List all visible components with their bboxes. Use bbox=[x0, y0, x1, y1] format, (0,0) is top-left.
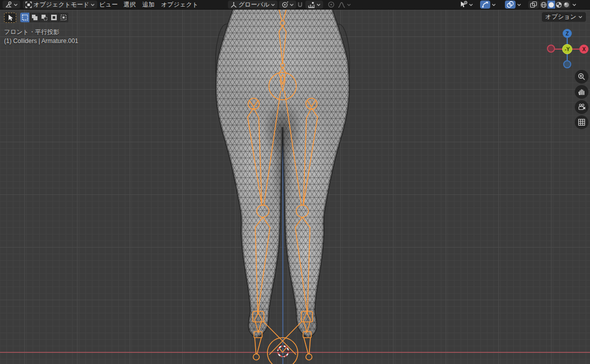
chevron-down-icon bbox=[469, 4, 473, 6]
zoom-icon bbox=[578, 73, 585, 80]
navigation-gizmo[interactable]: Z X -Y bbox=[548, 29, 588, 69]
select-intersect-icon bbox=[60, 14, 67, 21]
material-sphere-icon bbox=[556, 2, 562, 8]
select-mode-group bbox=[20, 13, 68, 22]
gizmo-x-label: X bbox=[582, 47, 586, 52]
falloff-curve-icon bbox=[338, 2, 345, 8]
solid-sphere-icon bbox=[548, 2, 555, 8]
select-extend-button[interactable] bbox=[30, 13, 40, 22]
object-mode-icon bbox=[25, 2, 32, 8]
show-overlays-toggle[interactable] bbox=[505, 1, 516, 9]
select-set-icon bbox=[22, 14, 28, 21]
snap-target-dropdown[interactable] bbox=[305, 1, 323, 9]
select-invert-button[interactable] bbox=[49, 13, 59, 22]
rendered-sphere-icon bbox=[563, 2, 570, 8]
viewport-canvas bbox=[0, 0, 590, 364]
gizmo-neg-x-ball[interactable] bbox=[547, 45, 555, 53]
viewport-header: オブジェクトモード ビュー 選択 追加 オブジェクト グローバル bbox=[0, 0, 590, 10]
select-intersect-button[interactable] bbox=[59, 13, 68, 22]
gizmo-neg-y-label: -Y bbox=[565, 47, 570, 52]
shading-rendered-button[interactable] bbox=[563, 1, 570, 9]
select-extend-icon bbox=[31, 14, 38, 21]
gizmo-neg-y-ball[interactable]: -Y bbox=[562, 44, 572, 54]
chevron-down-icon bbox=[317, 4, 321, 6]
gizmo-z-ball[interactable]: Z bbox=[563, 29, 572, 38]
chevron-down-icon bbox=[572, 4, 576, 6]
camera-icon bbox=[578, 103, 586, 111]
proportional-circle-icon bbox=[328, 1, 335, 8]
orientation-label: グローバル bbox=[239, 1, 269, 9]
grid-icon bbox=[578, 118, 585, 126]
gizmo-z-label: Z bbox=[566, 31, 569, 36]
proportional-editing-button[interactable] bbox=[327, 1, 336, 9]
mode-dropdown-label: オブジェクトモード bbox=[33, 1, 89, 9]
select-invert-icon bbox=[51, 14, 57, 21]
shading-dropdown[interactable] bbox=[571, 1, 577, 9]
shading-solid-button[interactable] bbox=[547, 1, 555, 9]
proportional-falloff-dropdown[interactable] bbox=[337, 1, 352, 9]
select-subtract-button[interactable] bbox=[40, 13, 49, 22]
options-label: オプション bbox=[545, 13, 576, 21]
xray-icon bbox=[530, 1, 537, 8]
view-name-label: フロント・平行投影 bbox=[4, 28, 59, 36]
chevron-down-icon bbox=[347, 4, 351, 6]
shading-wireframe-button[interactable] bbox=[540, 1, 547, 9]
gizmo-arrow-icon bbox=[482, 1, 489, 8]
zoom-button[interactable] bbox=[575, 70, 588, 84]
chevron-down-icon bbox=[492, 4, 496, 6]
gizmo-dropdown[interactable] bbox=[491, 1, 497, 9]
mode-dropdown[interactable]: オブジェクトモード bbox=[23, 1, 97, 9]
active-tool-button[interactable] bbox=[4, 13, 16, 23]
transform-orientation-dropdown[interactable]: グローバル bbox=[228, 1, 278, 9]
chevron-down-icon bbox=[91, 4, 95, 6]
pivot-point-dropdown[interactable] bbox=[279, 1, 296, 9]
chevron-down-icon bbox=[271, 4, 275, 6]
select-subtract-icon bbox=[41, 14, 48, 21]
gizmo-x-ball[interactable]: X bbox=[579, 45, 588, 54]
xray-toggle[interactable] bbox=[528, 1, 539, 9]
pivot-point-icon bbox=[282, 2, 288, 8]
blender-window: フロント・平行投影 (1) Colliders | Armature.001 オ… bbox=[0, 0, 590, 364]
select-cursor-icon bbox=[7, 14, 14, 21]
pointer-eye-icon bbox=[460, 1, 467, 8]
editor-3d-viewport-icon bbox=[5, 1, 12, 8]
hand-icon bbox=[578, 88, 585, 96]
orientation-axes-icon bbox=[230, 2, 237, 8]
options-dropdown[interactable]: オプション bbox=[542, 12, 586, 22]
snap-increment-icon bbox=[308, 2, 315, 8]
camera-view-button[interactable] bbox=[575, 100, 588, 114]
chevron-down-icon bbox=[578, 16, 582, 18]
shading-mode-group bbox=[540, 1, 570, 9]
show-gizmo-toggle[interactable] bbox=[480, 1, 490, 9]
gizmo-neg-z-ball[interactable] bbox=[563, 60, 571, 68]
ortho-toggle-button[interactable] bbox=[575, 115, 588, 129]
menu-add[interactable]: 追加 bbox=[140, 0, 156, 9]
body-mesh[interactable] bbox=[212, 0, 359, 346]
overlays-icon bbox=[506, 1, 514, 8]
chevron-down-icon bbox=[290, 4, 294, 6]
menu-object[interactable]: オブジェクト bbox=[159, 0, 201, 9]
overlays-dropdown[interactable] bbox=[516, 1, 522, 9]
pan-button[interactable] bbox=[575, 85, 588, 99]
active-object-label: (1) Colliders | Armature.001 bbox=[4, 37, 78, 45]
chevron-down-icon bbox=[14, 4, 18, 6]
chevron-down-icon bbox=[517, 4, 521, 6]
editor-type-button[interactable] bbox=[3, 1, 20, 9]
snap-toggle-button[interactable] bbox=[296, 1, 304, 9]
menu-select[interactable]: 選択 bbox=[122, 0, 138, 9]
wireframe-sphere-icon bbox=[540, 2, 547, 8]
shading-material-button[interactable] bbox=[555, 1, 563, 9]
object-visibility-dropdown[interactable] bbox=[459, 1, 474, 9]
magnet-icon bbox=[297, 2, 303, 8]
select-set-button[interactable] bbox=[20, 13, 30, 22]
menu-view[interactable]: ビュー bbox=[97, 0, 120, 9]
